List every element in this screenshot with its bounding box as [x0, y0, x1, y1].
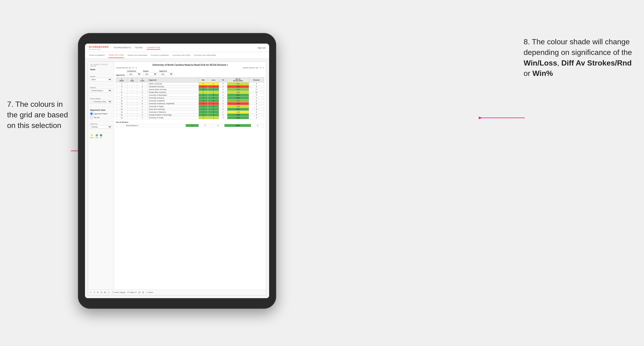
cell-conf: 6 [137, 111, 148, 114]
cell-tie: 0 [219, 99, 227, 102]
nav-tournaments[interactable]: TOURNAMENTS [113, 46, 131, 50]
cell-reg: - [127, 114, 137, 116]
cell-loss: 1 [208, 88, 219, 91]
cell-rank: 3 [116, 85, 128, 88]
cell-rounds: 9 [249, 116, 264, 119]
opponent-filter: Opponent (All) [159, 70, 173, 76]
conference-filter-label: Conference [127, 70, 141, 72]
sign-out-link[interactable]: Sign out [258, 47, 265, 49]
opponents-played-option[interactable]: Opponents Played [90, 112, 112, 115]
nav-teams[interactable]: TEAMS [135, 46, 143, 50]
cell-diff: 3.67 [227, 94, 249, 97]
cell-diff: -1.00 [227, 111, 249, 114]
back-btn[interactable]: ⬅ [97, 291, 99, 293]
share-btn[interactable]: ↗ Share [146, 291, 153, 293]
region-filter: Region (All) [143, 70, 157, 76]
col-rounds: Rounds [249, 78, 264, 82]
gender-section: Gender Men's [90, 76, 112, 85]
cell-conf: 1 [137, 108, 148, 111]
tableau-embed: Last Updated: 27/03/2024 16:55:38 Team G… [88, 61, 266, 295]
undo-btn[interactable]: ↩ [90, 291, 92, 293]
colour-by-select[interactable]: Win/loss [90, 125, 112, 129]
subnav-team-summary[interactable]: TEAM SUMMARY [89, 53, 105, 58]
division-select[interactable]: NCAA Division I [90, 89, 112, 92]
cell-rounds: 2 [249, 97, 264, 99]
cell-reg: - [127, 97, 137, 99]
tableau-bottom: ↩ ↪ ⬅ ⊡ ⊞ 🕐 📋 View: Original 👁 Watch ▾ 💬… [88, 289, 266, 295]
subnav-player-h2h-grid[interactable]: PLAYER H2H GRID [172, 53, 190, 58]
cell-rounds: 9 [249, 108, 264, 111]
table-row: 3 - 2 Vanderbilt University 0 4 0 -2.29 … [116, 85, 264, 88]
logo: SCOREBOARD Powered by clippd [89, 45, 108, 50]
ood-win: 1 [186, 124, 198, 127]
cell-win: 0 [198, 102, 208, 105]
grid-subtitle: Overall Record: 89 - 17 - 0 Division Rec… [116, 67, 264, 69]
cell-rank: 15 [116, 114, 128, 116]
cell-opponent: University of Arkansas, Fayetteville [148, 102, 198, 105]
table-row: 13 - 1 Texas Tech University 3 0 0 5.56 … [116, 108, 264, 111]
top-100-option[interactable]: Top 100 [90, 116, 112, 119]
cell-conf: 2 [137, 94, 148, 97]
bold-win-loss: Win/Loss [524, 59, 557, 67]
conference-select[interactable]: (All) [127, 72, 141, 76]
table-row: 6 - 2 Florida State University 4 2 0 1.8… [116, 91, 264, 94]
cell-win: 5 [198, 114, 208, 116]
col-tie: Tie [219, 78, 227, 82]
cell-rounds: 8 [249, 99, 264, 102]
subnav-player-h2h-heatmap[interactable]: PLAYER H2H HEATMAP [194, 53, 216, 58]
view-original-btn[interactable]: 📋 View: Original [112, 291, 125, 293]
cell-opponent: University of Oklahoma [148, 111, 198, 114]
out-of-division-row: NCAA Division II 1 0 0 26.00 3 [116, 124, 264, 127]
cell-diff: 9.00 [227, 97, 249, 99]
cell-diff: 4.50 [227, 114, 249, 116]
cell-tie: 0 [219, 108, 227, 111]
redo-btn[interactable]: ↪ [94, 291, 95, 293]
bold-diff: Diff Av Strokes/Rnd [562, 59, 632, 67]
legend-down-dot [91, 134, 93, 137]
opponent-select[interactable]: (All) [159, 72, 173, 76]
cell-opponent: Texas Tech University [148, 108, 198, 111]
cell-rank: 13 [116, 108, 128, 111]
table-row: 15 - 4 Georgia Institute of Technology 5… [116, 114, 264, 116]
cell-conf: 3 [137, 105, 148, 108]
cell-rounds: 12 [249, 91, 264, 94]
col-loss: Loss [208, 78, 219, 82]
division-section: Division NCAA Division I [90, 87, 112, 96]
crop-btn[interactable]: ⊡ [100, 291, 102, 293]
subnav-team-h2h-grid[interactable]: TEAM H2H GRID [108, 53, 124, 58]
cell-win: 5 [198, 88, 208, 91]
cell-reg: - [127, 99, 137, 102]
watch-btn[interactable]: 👁 Watch ▾ [127, 291, 136, 293]
cell-conf: 2 [137, 116, 148, 119]
grid-btn[interactable]: ⊞ [142, 291, 144, 293]
comment-btn[interactable]: 💬 [138, 291, 140, 293]
sidebar: Last Updated: 27/03/2024 16:55:38 Team G… [88, 62, 114, 289]
data-table: #Rank #Reg #Conf Opponent Win Loss Tie D… [116, 77, 264, 119]
legend-up-dot [100, 134, 102, 137]
cell-opponent: Florida State University [148, 91, 198, 94]
cell-diff: 1.67 [227, 82, 249, 85]
cell-rank: 8 [116, 94, 128, 97]
table-row: 4 - 1 Arizona State University 5 1 0 2.2… [116, 88, 264, 91]
cell-conf: 5 [137, 99, 148, 102]
layout-btn[interactable]: ⊞ [104, 291, 106, 293]
cell-win: 1 [198, 97, 208, 99]
nav-committee[interactable]: COMMITTEE [146, 46, 160, 50]
gender-select[interactable]: Men's [90, 78, 112, 81]
cell-conf: 4 [137, 114, 148, 116]
legend-level: Level [95, 134, 98, 138]
cell-loss: 0 [208, 97, 219, 99]
clock-btn[interactable]: 🕐 [108, 291, 110, 293]
colour-by-label: Colour by [90, 123, 112, 125]
col-diff: Diff AvStrokes/Rnd [227, 78, 249, 82]
cell-conf: 2 [137, 85, 148, 88]
subnav-team-h2h-heatmap[interactable]: TEAM H2H HEATMAP [127, 53, 148, 58]
ood-division-name: NCAA Division II [125, 124, 186, 127]
cell-conf: 3 [137, 97, 148, 99]
subnav-player-summary[interactable]: PLAYER SUMMARY [151, 53, 169, 58]
cell-opponent: University of Florida [148, 116, 198, 119]
school-select[interactable]: 1. University of Nort... [90, 100, 112, 103]
cell-win: 3 [198, 108, 208, 111]
cell-rank: 14 [116, 111, 128, 114]
region-select[interactable]: (All) [143, 72, 157, 76]
